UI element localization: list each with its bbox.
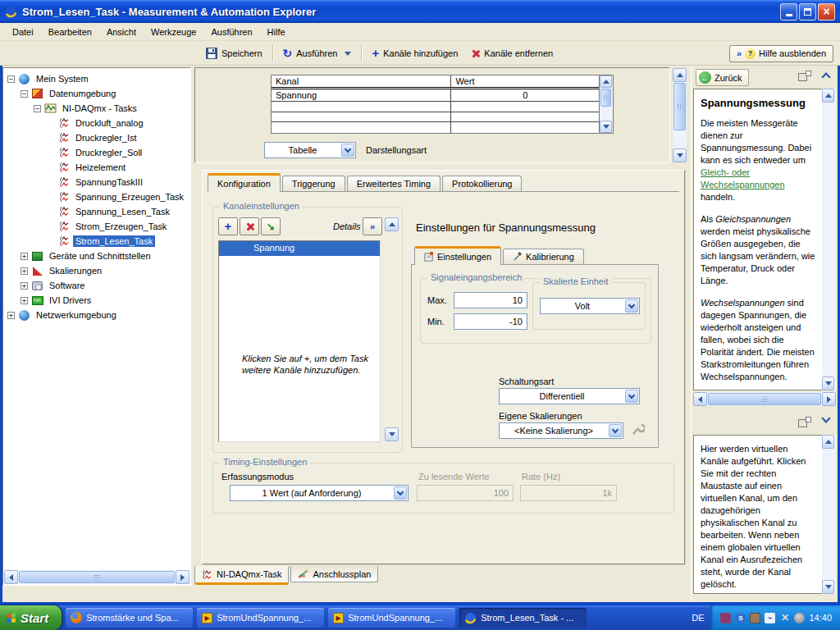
- scroll-up-button[interactable]: [673, 68, 687, 82]
- chevron-down-icon[interactable]: [625, 390, 638, 403]
- scroll-left-button[interactable]: [4, 570, 18, 584]
- table-row-empty[interactable]: [272, 112, 599, 123]
- tree-item-strom-lesen-task-selected[interactable]: Strom_Lesen_Task: [4, 234, 189, 249]
- tab-einstellungen[interactable]: Einstellungen: [414, 246, 501, 265]
- scroll-down-button[interactable]: [673, 148, 687, 162]
- tree-item-task[interactable]: Spannung_Lesen_Task: [4, 204, 189, 219]
- expand-icon[interactable]: +: [21, 267, 28, 275]
- tray-key-icon[interactable]: ⌁: [765, 613, 775, 623]
- tree-item-geraete[interactable]: +Geräte und Schnittstellen: [4, 249, 189, 263]
- minimize-button[interactable]: [780, 3, 797, 21]
- scroll-down-button[interactable]: [385, 427, 399, 441]
- tab-protokollierung[interactable]: Protokollierung: [442, 176, 522, 191]
- collapse-help-icon[interactable]: [821, 72, 830, 81]
- tab-triggerung[interactable]: Triggerung: [282, 176, 345, 191]
- tree-item-task[interactable]: Spannung_Erzeugen_Task: [4, 189, 189, 204]
- taskbar-item-browser[interactable]: Stromstärke und Spa...: [66, 608, 193, 628]
- tree-item-task[interactable]: Druckregler_Ist: [4, 130, 189, 145]
- scroll-up-button[interactable]: [385, 217, 399, 231]
- title-bar[interactable]: Strom_Lesen_Task - Measurement & Automat…: [0, 0, 840, 23]
- unit-select[interactable]: Volt: [540, 298, 640, 314]
- scrollbar-thumb[interactable]: [600, 89, 611, 107]
- display-mode-select[interactable]: Tabelle: [264, 142, 356, 158]
- tab-konfiguration[interactable]: Konfiguration: [208, 173, 281, 192]
- scroll-up-button[interactable]: [600, 75, 612, 88]
- collapse-icon[interactable]: −: [7, 75, 15, 83]
- menu-bearbeiten[interactable]: Bearbeiten: [41, 25, 99, 39]
- panel-scrollbar[interactable]: [673, 68, 687, 162]
- tree-item-nidaqmx-tasks[interactable]: −NI-DAQmx - Tasks: [4, 101, 189, 116]
- expand-icon[interactable]: +: [21, 282, 28, 290]
- tree-horizontal-scrollbar[interactable]: [4, 570, 189, 584]
- scroll-down-button[interactable]: [822, 580, 834, 594]
- help-context-scrollbar[interactable]: [822, 435, 836, 594]
- acquisition-mode-select[interactable]: 1 Wert (auf Anforderung): [230, 485, 409, 501]
- panel-layout-icon[interactable]: [798, 417, 811, 428]
- channel-item-selected[interactable]: Spannung: [219, 241, 380, 256]
- menu-hilfe[interactable]: Hilfe: [260, 25, 293, 39]
- expand-help-icon[interactable]: [821, 413, 830, 422]
- delete-channel-button[interactable]: [240, 217, 259, 235]
- tray-usb-icon[interactable]: ✕: [779, 613, 790, 623]
- menu-werkzeuge[interactable]: Werkzeuge: [144, 25, 203, 39]
- tree-item-task[interactable]: Druckluft_analog: [4, 116, 189, 130]
- scroll-right-button[interactable]: [822, 392, 836, 406]
- chevron-down-icon[interactable]: [341, 144, 354, 157]
- tree-item-mein-system[interactable]: −Mein System: [4, 71, 189, 86]
- help-horizontal-scrollbar[interactable]: [693, 392, 836, 406]
- chevron-down-icon[interactable]: [609, 424, 622, 437]
- tree-item-ivi-drivers[interactable]: +IVIIVI Drivers: [4, 293, 189, 308]
- tray-network-icon[interactable]: [720, 613, 731, 623]
- start-button[interactable]: Start: [0, 605, 62, 630]
- tree-item-task[interactable]: Druckregler_Soll: [4, 145, 189, 160]
- scroll-up-button[interactable]: [822, 435, 834, 449]
- min-input[interactable]: -10: [454, 313, 527, 330]
- tray-volume-icon[interactable]: [794, 613, 805, 623]
- tree-item-task[interactable]: Heizelement: [4, 160, 189, 175]
- scroll-left-button[interactable]: [693, 392, 707, 406]
- col-kanal[interactable]: Kanal: [272, 75, 451, 87]
- table-scrollbar[interactable]: [599, 75, 613, 133]
- clock[interactable]: 14:40: [809, 613, 832, 623]
- language-indicator[interactable]: DE: [692, 613, 704, 623]
- maximize-button[interactable]: [799, 3, 816, 21]
- custom-scales-select[interactable]: <Keine Skalierung>: [499, 422, 623, 439]
- table-row-empty[interactable]: [272, 102, 599, 112]
- chevron-down-icon[interactable]: [625, 299, 638, 313]
- menu-ansicht[interactable]: Ansicht: [99, 25, 144, 39]
- circuit-select[interactable]: Differentiell: [499, 388, 640, 404]
- taskbar-item-labview-2[interactable]: ▶ StromUndSpannung_...: [328, 608, 455, 628]
- tab-erweitertes-timing[interactable]: Erweitertes Timing: [347, 176, 441, 191]
- panel-layout-icon[interactable]: [798, 71, 811, 82]
- tree-item-skalierungen[interactable]: +Skalierungen: [4, 263, 189, 278]
- taskbar-item-labview-1[interactable]: ▶ StromUndSpannung_...: [197, 608, 324, 628]
- add-channels-button[interactable]: + Kanäle hinzufügen: [365, 46, 464, 61]
- table-row-empty[interactable]: [272, 122, 599, 133]
- expand-icon[interactable]: +: [7, 312, 15, 319]
- tree-item-datenumgebung[interactable]: −Datenumgebung: [4, 86, 189, 101]
- scrollbar-thumb[interactable]: [708, 393, 821, 405]
- run-dropdown-icon[interactable]: [345, 52, 351, 56]
- collapse-icon[interactable]: −: [21, 90, 28, 98]
- tree-item-task[interactable]: SpannungTaskIII: [4, 175, 189, 189]
- collapse-icon[interactable]: −: [34, 105, 41, 112]
- tree-item-software[interactable]: +Software: [4, 278, 189, 293]
- expand-icon[interactable]: +: [21, 297, 28, 304]
- tray-shield-icon[interactable]: S: [735, 613, 746, 623]
- close-button[interactable]: ×: [818, 3, 835, 21]
- tab-anschlussplan[interactable]: Anschlussplan: [290, 566, 378, 582]
- tab-nidaqmx-task[interactable]: NI-DAQmx-Task: [194, 566, 289, 585]
- table-row[interactable]: Spannung 0: [272, 89, 599, 102]
- details-expand-button[interactable]: »: [363, 217, 382, 235]
- help-scrollbar[interactable]: [822, 89, 836, 390]
- expand-icon[interactable]: +: [21, 253, 28, 260]
- menu-ausfuehren[interactable]: Ausführen: [203, 25, 259, 39]
- save-button[interactable]: Speichern: [199, 45, 269, 62]
- scroll-right-button[interactable]: [176, 570, 189, 584]
- scrollbar-thumb[interactable]: [19, 571, 175, 583]
- col-wert[interactable]: Wert: [451, 75, 599, 87]
- wrench-icon[interactable]: [630, 421, 645, 437]
- hide-help-button[interactable]: » ? Hilfe ausblenden: [729, 45, 833, 62]
- tray-display-icon[interactable]: [750, 613, 760, 623]
- chevron-down-icon[interactable]: [394, 486, 407, 500]
